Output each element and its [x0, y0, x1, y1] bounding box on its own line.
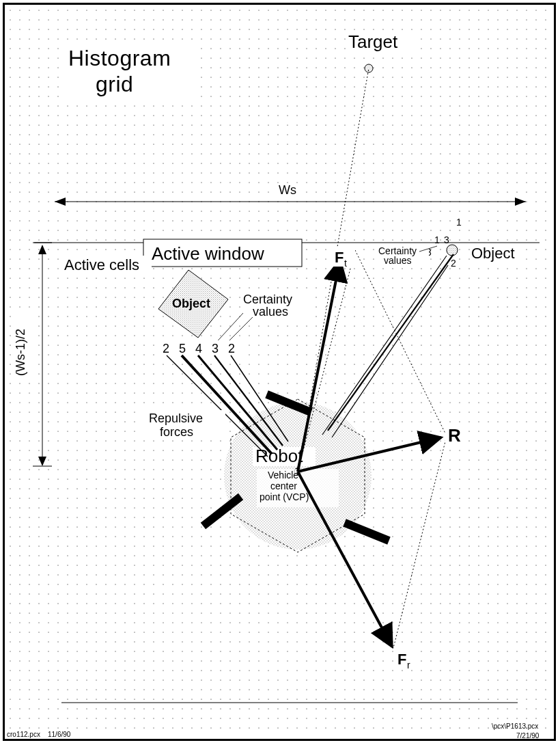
fr-label: F: [397, 651, 406, 668]
vcp-l1: Vehicle: [268, 470, 298, 480]
repulsive-l2: forces: [160, 425, 193, 439]
footer-right-b: 7/21/90: [516, 732, 540, 740]
cv1-2: 4: [195, 342, 202, 355]
title-l2: grid: [96, 72, 133, 96]
active-window-label: Active window: [152, 243, 264, 264]
ft-label: F: [335, 249, 344, 266]
fr-sub: r: [407, 660, 410, 670]
robot-label: Robot: [255, 446, 303, 466]
certainty-1b: values: [253, 305, 288, 319]
target-label: Target: [348, 31, 398, 52]
cv2-a: 1: [456, 217, 462, 228]
vcp-l3: point (VCP): [260, 491, 309, 502]
object-right-circle: [447, 245, 458, 256]
ws-label: Ws: [279, 183, 296, 197]
diagram-svg: Ws (Ws-1)/2 Histogram grid Target: [0, 0, 560, 745]
dot-grid: [8, 8, 552, 737]
certainty-2b: values: [384, 255, 411, 266]
side-dim-label: (Ws-1)/2: [14, 329, 27, 376]
cv2-e: 2: [451, 258, 456, 269]
title-l1: Histogram: [68, 46, 171, 70]
cv1-3: 3: [212, 342, 219, 355]
cv2-b: 1: [434, 234, 440, 245]
repulsive-l1: Repulsive: [149, 411, 203, 425]
footer-left-a: cro112.pcx: [7, 731, 40, 738]
r-label: R: [448, 425, 461, 446]
object-right-label: Object: [471, 245, 515, 262]
active-cells-label: Active cells: [64, 256, 139, 273]
cv2-c: 3: [444, 234, 449, 245]
footer-right-a: \pcx\P1613.pcx: [492, 722, 538, 730]
object-left-label: Object: [172, 297, 210, 310]
cv1-4: 2: [228, 342, 235, 355]
vcp-l2: center: [270, 480, 297, 491]
footer-left-b: 11/6/90: [48, 731, 71, 738]
certainty-1a: Certainty: [243, 293, 292, 306]
cv1-0: 2: [163, 342, 169, 355]
cv1-1: 5: [179, 342, 186, 355]
ft-sub: t: [344, 258, 347, 269]
